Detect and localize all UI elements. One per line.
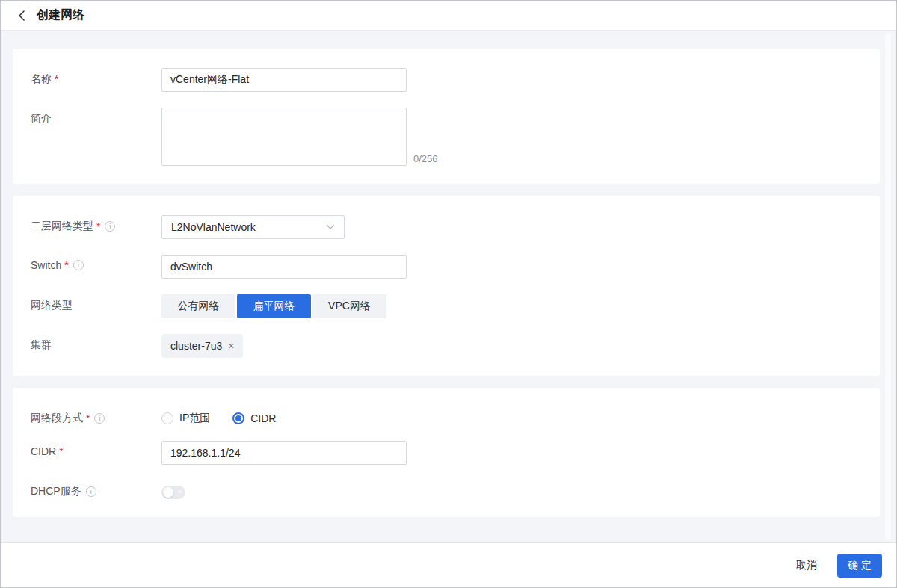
radio-cidr[interactable]: CIDR	[232, 412, 276, 424]
info-icon: i	[73, 260, 84, 270]
info-icon: i	[86, 486, 96, 497]
required-mark: *	[55, 73, 58, 85]
segment-method-row: 网络段方式 * i IP范围 CIDR	[31, 407, 862, 425]
name-label: 名称 *	[31, 68, 161, 86]
page-header: 创建网络	[1, 1, 896, 31]
cidr-row: CIDR *	[31, 441, 862, 465]
back-icon[interactable]	[16, 10, 28, 22]
basic-info-card: 名称 * 简介 0/256	[13, 49, 880, 184]
description-label: 简介	[31, 108, 161, 126]
info-icon: i	[105, 221, 115, 232]
dhcp-label: DHCP服务 i	[31, 480, 161, 498]
segment-method-radios: IP范围 CIDR	[161, 407, 276, 425]
cluster-label: 集群	[31, 334, 161, 352]
required-mark: *	[64, 259, 68, 271]
radio-icon	[161, 412, 173, 424]
network-type-row: 网络类型 公有网络 扁平网络 VPC网络	[31, 294, 862, 318]
confirm-button[interactable]: 确 定	[837, 554, 882, 578]
cidr-label: CIDR *	[31, 441, 161, 457]
radio-icon	[232, 412, 244, 424]
dhcp-row: DHCP服务 i ×	[31, 480, 862, 499]
switch-label: Switch * i	[31, 255, 161, 271]
name-row: 名称 *	[31, 68, 862, 92]
page-title: 创建网络	[37, 7, 84, 23]
info-icon: i	[94, 413, 105, 424]
chevron-down-icon	[326, 224, 335, 230]
description-textarea[interactable]	[161, 108, 407, 166]
name-input[interactable]	[161, 68, 407, 92]
toggle-knob	[163, 487, 173, 498]
cluster-row: 集群 cluster-7u3 ×	[31, 334, 862, 358]
l2-type-select[interactable]: L2NoVlanNetwork	[161, 215, 345, 239]
network-type-segment: 公有网络 扁平网络 VPC网络	[161, 294, 386, 318]
cidr-input[interactable]	[161, 441, 407, 465]
cluster-tag: cluster-7u3 ×	[161, 334, 243, 358]
switch-input[interactable]	[161, 255, 407, 279]
required-mark: *	[96, 220, 100, 232]
form-content: 名称 * 简介 0/256 二层网络类型 *	[1, 31, 896, 542]
dhcp-toggle[interactable]: ×	[161, 486, 185, 499]
page-footer: 取消 确 定	[1, 542, 896, 587]
scrollbar[interactable]	[885, 34, 891, 539]
required-mark: *	[86, 412, 90, 424]
description-row: 简介 0/256	[31, 108, 862, 166]
char-counter: 0/256	[413, 153, 438, 166]
l2-network-card: 二层网络类型 * i L2NoVlanNetwork Switch * i	[13, 196, 880, 376]
l2-type-label: 二层网络类型 * i	[31, 215, 161, 233]
tag-close-icon[interactable]: ×	[228, 341, 234, 351]
network-type-label: 网络类型	[31, 294, 161, 312]
segment-vpc-network[interactable]: VPC网络	[312, 294, 386, 318]
cancel-button[interactable]: 取消	[796, 559, 817, 572]
l2-type-row: 二层网络类型 * i L2NoVlanNetwork	[31, 215, 862, 239]
create-network-page: 创建网络 名称 * 简介 0/256	[0, 0, 897, 588]
l2-type-value: L2NoVlanNetwork	[171, 221, 256, 233]
cluster-tag-text: cluster-7u3	[170, 340, 222, 352]
segment-method-label: 网络段方式 * i	[31, 407, 161, 425]
toggle-off-icon: ×	[177, 489, 182, 496]
switch-row: Switch * i	[31, 255, 862, 279]
required-mark: *	[59, 445, 63, 457]
segment-public-network[interactable]: 公有网络	[161, 294, 235, 318]
network-segment-card: 网络段方式 * i IP范围 CIDR CIDR	[13, 388, 880, 517]
segment-flat-network[interactable]: 扁平网络	[237, 294, 311, 318]
radio-ip-range[interactable]: IP范围	[161, 412, 210, 425]
